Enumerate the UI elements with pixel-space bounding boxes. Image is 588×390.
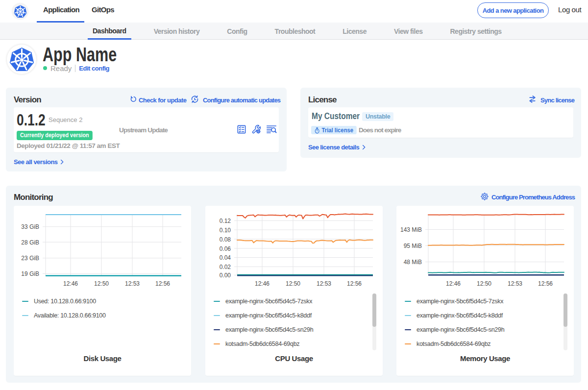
svg-text:12:46: 12:46: [63, 280, 78, 287]
svg-text:0.04: 0.04: [220, 254, 231, 261]
svg-text:48 MiB: 48 MiB: [404, 259, 422, 266]
svg-text:12:46: 12:46: [446, 280, 461, 287]
svg-text:12:53: 12:53: [317, 280, 331, 287]
svg-text:12:50: 12:50: [286, 280, 300, 287]
svg-text:0.12: 0.12: [220, 218, 231, 224]
svg-text:12:53: 12:53: [125, 280, 140, 287]
svg-text:12:56: 12:56: [155, 280, 170, 287]
svg-text:23 GiB: 23 GiB: [21, 255, 39, 262]
svg-text:12:50: 12:50: [477, 280, 491, 287]
svg-text:143 MiB: 143 MiB: [400, 226, 422, 233]
svg-text:12:56: 12:56: [347, 280, 362, 287]
svg-text:95 MiB: 95 MiB: [404, 243, 422, 249]
svg-text:19 GiB: 19 GiB: [21, 270, 39, 277]
svg-text:12:56: 12:56: [538, 280, 553, 287]
svg-text:12:53: 12:53: [508, 280, 522, 287]
svg-text:0.10: 0.10: [220, 227, 231, 234]
svg-text:33 GiB: 33 GiB: [21, 223, 39, 230]
svg-text:0.02: 0.02: [220, 264, 231, 270]
svg-text:0.06: 0.06: [220, 245, 231, 252]
svg-text:12:50: 12:50: [94, 280, 109, 287]
svg-text:28 GiB: 28 GiB: [21, 239, 39, 246]
svg-text:0.08: 0.08: [220, 236, 231, 243]
svg-text:0.00: 0.00: [220, 272, 231, 279]
svg-text:12:46: 12:46: [255, 280, 270, 287]
